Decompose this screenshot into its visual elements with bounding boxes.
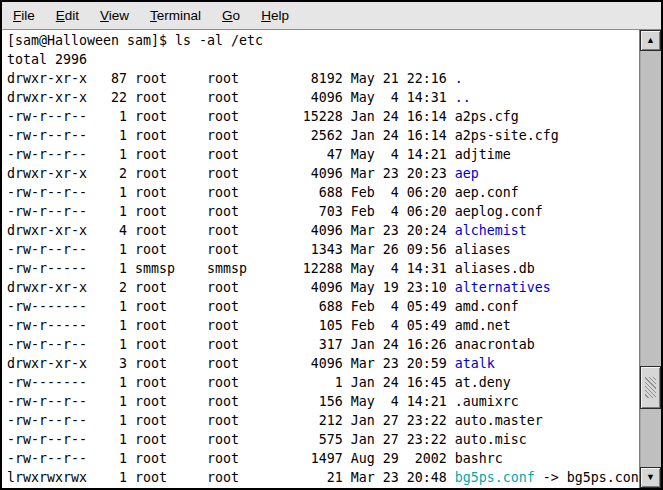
listing-line: -rw-r--r-- 1 root root 212 Jan 27 23:22 … <box>7 411 639 430</box>
file-name: atalk <box>455 356 495 371</box>
listing-line: drwxr-xr-x 3 root root 4096 Mar 23 20:59… <box>7 354 639 373</box>
listing-line: lrwxrwxrwx 1 root root 21 Mar 23 20:48 b… <box>7 468 639 487</box>
listing-line: -rw-r--r-- 1 root root 1497 Aug 29 2002 … <box>7 449 639 468</box>
file-meta: -rw-r--r-- 1 root root 15228 Jan 24 16:1… <box>7 109 455 124</box>
symlink-target: -> bg5ps.conf <box>535 470 639 485</box>
file-meta: drwxr-xr-x 87 root root 8192 May 21 22:1… <box>7 71 455 86</box>
menu-edit[interactable]: Edit <box>47 3 88 28</box>
file-meta: -rw-r--r-- 1 root root 156 May 4 14:21 <box>7 394 455 409</box>
listing-line: drwxr-xr-x 22 root root 4096 May 4 14:31… <box>7 88 639 107</box>
listing-line: -rw-r--r-- 1 root root 317 Jan 24 16:26 … <box>7 335 639 354</box>
menu-edit-label-rest: dit <box>65 8 79 23</box>
file-name: .aumixrc <box>455 394 519 409</box>
listing-line: -rw-r----- 1 smmsp smmsp 12288 May 4 14:… <box>7 259 639 278</box>
menu-help[interactable]: Help <box>252 3 298 28</box>
file-name: amd.net <box>455 318 511 333</box>
file-listing: drwxr-xr-x 87 root root 8192 May 21 22:1… <box>7 69 639 487</box>
file-name: bashrc <box>455 451 503 466</box>
file-name: anacrontab <box>455 337 535 352</box>
listing-line: drwxr-xr-x 2 root root 4096 Mar 23 20:23… <box>7 164 639 183</box>
menu-go-label-rest: o <box>233 8 241 23</box>
menu-view-label-rest: iew <box>109 8 129 23</box>
file-meta: drwxr-xr-x 4 root root 4096 Mar 23 20:24 <box>7 223 455 238</box>
listing-line: -rw-r--r-- 1 root root 688 Feb 4 06:20 a… <box>7 183 639 202</box>
terminal-window: File Edit View Terminal Go Help [sam@Hal… <box>0 0 663 490</box>
total-line: total 2996 <box>7 50 639 69</box>
file-meta: -rw------- 1 root root 1 Jan 24 16:45 <box>7 375 455 390</box>
listing-line: -rw-r--r-- 1 root root 1343 Mar 26 09:56… <box>7 240 639 259</box>
file-name: . <box>455 71 463 86</box>
menu-terminal-label-rest: erminal <box>157 8 201 23</box>
menu-go[interactable]: Go <box>213 3 249 28</box>
file-meta: drwxr-xr-x 3 root root 4096 Mar 23 20:59 <box>7 356 455 371</box>
menu-view-label: V <box>100 8 109 23</box>
listing-line: -rw------- 1 root root 1 Jan 24 16:45 at… <box>7 373 639 392</box>
scrollbar-grip-icon <box>645 377 656 398</box>
menu-file[interactable]: File <box>4 3 44 28</box>
scroll-up-button[interactable]: ▲ <box>640 30 661 51</box>
file-name: alternatives <box>455 280 551 295</box>
menu-bar: File Edit View Terminal Go Help <box>2 2 661 30</box>
file-name: aliases <box>455 242 511 257</box>
file-meta: lrwxrwxrwx 1 root root 21 Mar 23 20:48 <box>7 470 455 485</box>
down-arrow-icon: ▼ <box>646 473 655 482</box>
vertical-scrollbar[interactable]: ▲ ▼ <box>639 30 661 488</box>
listing-line: -rw-r----- 1 root root 105 Feb 4 05:49 a… <box>7 316 639 335</box>
file-meta: -rw-r--r-- 1 root root 1497 Aug 29 2002 <box>7 451 455 466</box>
file-meta: drwxr-xr-x 2 root root 4096 Mar 23 20:23 <box>7 166 455 181</box>
scroll-down-button[interactable]: ▼ <box>640 467 661 488</box>
file-meta: -rw-r--r-- 1 root root 212 Jan 27 23:22 <box>7 413 455 428</box>
file-name: aep.conf <box>455 185 519 200</box>
file-name: auto.misc <box>455 432 527 447</box>
scrollbar-trough[interactable] <box>640 51 661 467</box>
file-meta: drwxr-xr-x 2 root root 4096 May 19 23:10 <box>7 280 455 295</box>
listing-line: -rw-r--r-- 1 root root 15228 Jan 24 16:1… <box>7 107 639 126</box>
file-name: auto.master <box>455 413 543 428</box>
listing-line: -rw-r--r-- 1 root root 2562 Jan 24 16:14… <box>7 126 639 145</box>
terminal-screen[interactable]: [sam@Halloween sam]$ ls -al /etc total 2… <box>2 30 639 488</box>
listing-line: -rw-r--r-- 1 root root 47 May 4 14:21 ad… <box>7 145 639 164</box>
file-meta: -rw-r--r-- 1 root root 575 Jan 27 23:22 <box>7 432 455 447</box>
file-name: aliases.db <box>455 261 535 276</box>
file-name: at.deny <box>455 375 511 390</box>
listing-line: -rw-r--r-- 1 root root 703 Feb 4 06:20 a… <box>7 202 639 221</box>
listing-line: drwxr-xr-x 4 root root 4096 Mar 23 20:24… <box>7 221 639 240</box>
listing-line: drwxr-xr-x 87 root root 8192 May 21 22:1… <box>7 69 639 88</box>
scrollbar-thumb[interactable] <box>640 366 661 409</box>
menu-terminal[interactable]: Terminal <box>141 3 210 28</box>
file-meta: -rw-r--r-- 1 root root 1343 Mar 26 09:56 <box>7 242 455 257</box>
menu-help-label-rest: elp <box>271 8 289 23</box>
menu-file-label: F <box>13 8 21 23</box>
listing-line: -rw-r--r-- 1 root root 575 Jan 27 23:22 … <box>7 430 639 449</box>
file-meta: -rw-r--r-- 1 root root 703 Feb 4 06:20 <box>7 204 455 219</box>
listing-line: -rw-r--r-- 1 root root 156 May 4 14:21 .… <box>7 392 639 411</box>
listing-line: -rw------- 1 root root 688 Feb 4 05:49 a… <box>7 297 639 316</box>
file-meta: -rw-r--r-- 1 root root 2562 Jan 24 16:14 <box>7 128 455 143</box>
file-meta: -rw-r--r-- 1 root root 688 Feb 4 06:20 <box>7 185 455 200</box>
file-meta: -rw-r----- 1 smmsp smmsp 12288 May 4 14:… <box>7 261 455 276</box>
file-name: amd.conf <box>455 299 519 314</box>
menu-file-label-rest: ile <box>21 8 35 23</box>
prompt-line: [sam@Halloween sam]$ ls -al /etc <box>7 31 639 50</box>
file-name: bg5ps.conf <box>455 470 535 485</box>
file-meta: -rw-r--r-- 1 root root 317 Jan 24 16:26 <box>7 337 455 352</box>
file-meta: -rw------- 1 root root 688 Feb 4 05:49 <box>7 299 455 314</box>
file-name: adjtime <box>455 147 511 162</box>
up-arrow-icon: ▲ <box>646 36 655 45</box>
file-meta: -rw-r----- 1 root root 105 Feb 4 05:49 <box>7 318 455 333</box>
menu-view[interactable]: View <box>91 3 138 28</box>
file-name: aeplog.conf <box>455 204 543 219</box>
menu-help-label: H <box>261 8 271 23</box>
menu-edit-label: E <box>56 8 65 23</box>
file-name: .. <box>455 90 471 105</box>
file-name: a2ps.cfg <box>455 109 519 124</box>
file-meta: -rw-r--r-- 1 root root 47 May 4 14:21 <box>7 147 455 162</box>
file-name: a2ps-site.cfg <box>455 128 559 143</box>
file-name: aep <box>455 166 479 181</box>
file-meta: drwxr-xr-x 22 root root 4096 May 4 14:31 <box>7 90 455 105</box>
file-name: alchemist <box>455 223 527 238</box>
menu-terminal-label: T <box>150 8 157 23</box>
content-area: [sam@Halloween sam]$ ls -al /etc total 2… <box>2 30 661 488</box>
menu-go-label: G <box>222 8 233 23</box>
listing-line: drwxr-xr-x 2 root root 4096 May 19 23:10… <box>7 278 639 297</box>
